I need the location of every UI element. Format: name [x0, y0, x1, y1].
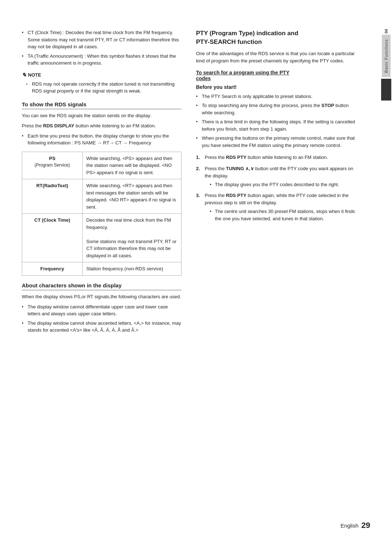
note-title: ✎ NOTE: [22, 72, 181, 78]
before-start-bullet-4: When pressing the buttons on the primary…: [196, 135, 356, 149]
table-label-ct: CT (Clock Time): [22, 214, 83, 262]
before-start-heading: Before you start!: [196, 84, 356, 90]
search-heading-line1: To search for a program using the PTY: [196, 70, 289, 75]
page-number: 29: [362, 521, 370, 530]
note-label: NOTE: [28, 72, 41, 78]
about-bullet-2: The display window cannot show accented …: [22, 320, 181, 334]
table-desc-rt: While searching, <RT> appears and then t…: [82, 179, 181, 214]
table-desc-ct: Decodes the real time clock from the FM …: [82, 214, 181, 262]
step-3-subbullets: The centre unit searches 30 preset FM st…: [205, 208, 356, 222]
table-row-ct: CT (Clock Time) Decodes the real time cl…: [22, 214, 181, 262]
pty-heading-line1: PTY (Program Type) indication and: [196, 30, 298, 37]
intro-bullet-1: CT (Clock Time) : Decodes the real time …: [22, 29, 181, 50]
sidebar-tab-block: [381, 79, 391, 101]
stop-bold: STOP: [322, 103, 334, 108]
rds-pty-bold-1: RDS PTY: [226, 155, 246, 160]
note-icon: ✎: [22, 72, 26, 78]
language-label: English: [340, 522, 358, 529]
pty-intro: One of the advantages of the RDS service…: [196, 50, 356, 65]
table-row-ps: PS(Program Service) While searching, <PS…: [22, 152, 181, 179]
table-label-ps: PS(Program Service): [22, 152, 83, 179]
step-2-subbullets: The display gives you the PTY codes desc…: [205, 181, 356, 188]
note-box: ✎ NOTE RDS may not operate correctly if …: [22, 72, 181, 95]
page-footer: English 29: [340, 521, 370, 530]
about-bullet-list: The display window cannot differentiate …: [22, 303, 181, 334]
about-heading: About characters shown in the display: [22, 282, 181, 290]
before-start-bullet-3: There is a time limit in doing the follo…: [196, 118, 356, 132]
show-rds-bullet-1: Each time you press the button, the disp…: [22, 132, 181, 147]
tuning-bold: TUNING ∧,∨: [226, 166, 254, 171]
note-item-1: RDS may not operate correctly if the sta…: [26, 81, 181, 95]
table-row-freq: Frequency Station frequency (non-RDS ser…: [22, 262, 181, 276]
before-start-bullet-list: The PTY Search is only applicable to pre…: [196, 93, 356, 149]
chapter-number: 04: [384, 29, 388, 33]
table-desc-freq: Station frequency (non-RDS service): [82, 262, 181, 276]
left-column: CT (Clock Time) : Decodes the real time …: [22, 29, 181, 512]
table-label-rt: RT(RadioText): [22, 179, 83, 214]
table-desc-ps: While searching, <PS> appears and then t…: [82, 152, 181, 179]
search-heading: To search for a program using the PTY co…: [196, 70, 356, 81]
show-rds-p2: Press the RDS DISPLAY button while liste…: [22, 122, 181, 130]
before-start-bullet-2: To stop searching any time during the pr…: [196, 102, 356, 116]
search-heading-line2: codes: [196, 75, 211, 81]
show-rds-bullet-list: Each time you press the button, the disp…: [22, 132, 181, 147]
rds-table: PS(Program Service) While searching, <PS…: [22, 152, 181, 276]
show-rds-p1: You can see the RDS signals the station …: [22, 112, 181, 119]
rds-pty-bold-2: RDS PTY: [226, 193, 246, 198]
intro-bullet-2: TA (Traffic Announcement) : When this sy…: [22, 53, 181, 67]
about-bullet-1: The display window cannot differentiate …: [22, 303, 181, 317]
step-2-num: 2.: [196, 165, 200, 172]
before-start-bullet-1: The PTY Search is only applicable to pre…: [196, 93, 356, 100]
chapter-label: Basic Functions: [382, 35, 391, 77]
numbered-steps-list: 1. Press the RDS PTY button while listen…: [196, 154, 356, 222]
step-2-subbullet-1: The display gives you the PTY codes desc…: [210, 181, 356, 188]
step-3: 3. Press the RDS PTY button again, while…: [196, 192, 356, 223]
step-1-num: 1.: [196, 154, 200, 161]
show-rds-heading: To show the RDS signals: [22, 101, 181, 109]
page-wrapper: 04 Basic Functions CT (Clock Time) : Dec…: [0, 0, 392, 541]
note-list: RDS may not operate correctly if the sta…: [22, 81, 181, 95]
pty-heading: PTY (Program Type) indication and PTY-SE…: [196, 29, 356, 46]
sidebar-tab: 04 Basic Functions: [380, 29, 392, 101]
table-row-rt: RT(RadioText) While searching, <RT> appe…: [22, 179, 181, 214]
step-2: 2. Press the TUNING ∧,∨ button until the…: [196, 165, 356, 188]
step-3-num: 3.: [196, 192, 200, 199]
step-1: 1. Press the RDS PTY button while listen…: [196, 154, 356, 161]
about-p1: When the display shows PS,or RT signals,…: [22, 293, 181, 300]
pty-heading-line2: PTY-SEARCH function: [196, 38, 262, 45]
step-3-subbullet-1: The centre unit searches 30 preset FM st…: [210, 208, 356, 222]
rds-display-bold: RDS DISPLAY: [43, 123, 74, 128]
table-label-freq: Frequency: [22, 262, 83, 276]
right-column: PTY (Program Type) indication and PTY-SE…: [196, 29, 356, 512]
main-content: CT (Clock Time) : Decodes the real time …: [0, 15, 380, 526]
intro-bullet-list: CT (Clock Time) : Decodes the real time …: [22, 29, 181, 67]
